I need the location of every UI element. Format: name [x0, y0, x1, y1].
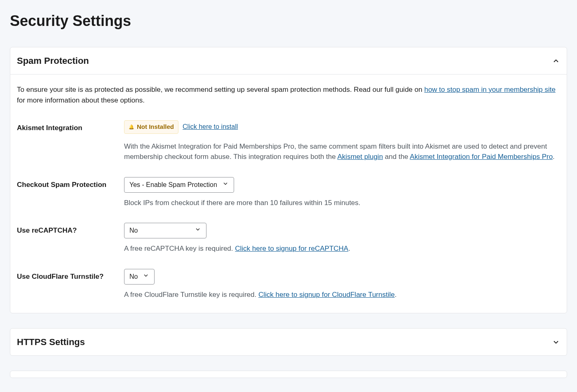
panel-header-partial[interactable] — [10, 371, 567, 378]
chevron-down-icon — [195, 226, 201, 236]
panel-header-https[interactable]: HTTPS Settings — [10, 329, 567, 355]
recaptcha-signup-link[interactable]: Click here to signup for reCAPTCHA — [235, 245, 348, 252]
turnstile-helper-pre: A free CloudFlare Turnstile key is requi… — [124, 291, 258, 299]
turnstile-value: No — [129, 272, 138, 282]
turnstile-helper-post: . — [395, 291, 397, 299]
row-checkout-spam: Checkout Spam Protection Yes - Enable Sp… — [17, 177, 560, 208]
akismet-description: With the Akismet Integration for Paid Me… — [124, 141, 560, 162]
turnstile-select[interactable]: No — [124, 269, 155, 285]
checkout-spam-helper: Block IPs from checkout if there are mor… — [124, 198, 560, 208]
row-recaptcha: Use reCAPTCHA? No A free reCAPTCHA key i… — [17, 223, 560, 254]
row-turnstile: Use CloudFlare Turnstile? No A free Clou… — [17, 269, 560, 300]
bell-icon: 🔔 — [129, 124, 134, 131]
chevron-down-icon — [143, 272, 149, 282]
turnstile-helper: A free CloudFlare Turnstile key is requi… — [124, 289, 560, 300]
panel-title-https: HTTPS Settings — [17, 335, 85, 349]
akismet-badge-text: Not Installed — [137, 122, 174, 132]
spam-intro-pre: To ensure your site is as protected as p… — [17, 86, 424, 93]
akismet-desc-post: . — [553, 153, 555, 161]
panel-title-spam: Spam Protection — [17, 54, 89, 68]
panel-partial — [10, 371, 567, 378]
panel-body-spam: To ensure your site is as protected as p… — [10, 74, 567, 313]
spam-guide-link[interactable]: how to stop spam in your membership site — [424, 86, 555, 93]
panel-spam-protection: Spam Protection To ensure your site is a… — [10, 47, 567, 313]
recaptcha-helper-post: . — [348, 245, 350, 252]
chevron-down-icon — [552, 338, 560, 346]
chevron-up-icon — [552, 57, 560, 65]
akismet-desc-mid: and the — [383, 153, 410, 161]
panel-https-settings: HTTPS Settings — [10, 328, 567, 356]
page-title: Security Settings — [10, 10, 567, 32]
chevron-down-icon — [222, 180, 229, 190]
row-akismet: Akismet Integration 🔔 Not Installed Clic… — [17, 120, 560, 162]
label-checkout-spam: Checkout Spam Protection — [17, 177, 124, 208]
spam-intro-post: for more information about these options… — [17, 96, 145, 104]
akismet-plugin-link[interactable]: Akismet plugin — [338, 153, 383, 161]
akismet-integration-link[interactable]: Akismet Integration for Paid Memberships… — [410, 153, 553, 161]
spam-intro: To ensure your site is as protected as p… — [17, 84, 560, 105]
label-recaptcha: Use reCAPTCHA? — [17, 223, 124, 254]
recaptcha-helper-pre: A free reCAPTCHA key is required. — [124, 245, 235, 252]
checkout-spam-select[interactable]: Yes - Enable Spam Protection — [124, 177, 234, 193]
panel-header-spam[interactable]: Spam Protection — [10, 47, 567, 74]
label-akismet: Akismet Integration — [17, 120, 124, 162]
checkout-spam-value: Yes - Enable Spam Protection — [129, 180, 217, 190]
recaptcha-select[interactable]: No — [124, 223, 206, 238]
recaptcha-value: No — [129, 226, 138, 236]
akismet-status-badge: 🔔 Not Installed — [124, 120, 178, 134]
turnstile-signup-link[interactable]: Click here to signup for CloudFlare Turn… — [258, 291, 395, 299]
label-turnstile: Use CloudFlare Turnstile? — [17, 269, 124, 300]
recaptcha-helper: A free reCAPTCHA key is required. Click … — [124, 243, 560, 254]
akismet-install-link[interactable]: Click here to install — [183, 122, 238, 132]
